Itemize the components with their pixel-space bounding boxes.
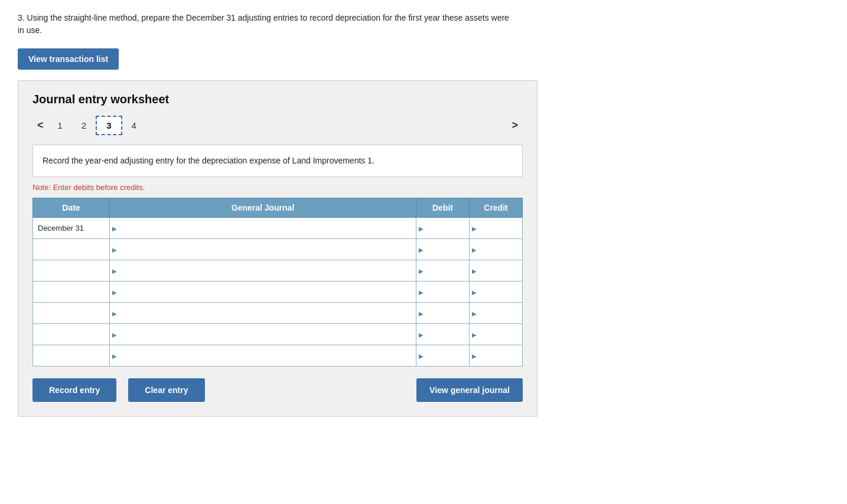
debit-input-6[interactable]: [416, 324, 469, 345]
date-header: Date: [33, 198, 110, 218]
general-journal-cell-5[interactable]: [110, 303, 416, 324]
general-journal-input-2[interactable]: [110, 239, 416, 260]
table-row: [33, 260, 523, 282]
date-cell-5: [33, 303, 110, 324]
debit-cell-4[interactable]: [416, 282, 470, 303]
view-general-journal-button[interactable]: View general journal: [416, 378, 523, 402]
date-cell-6: [33, 324, 110, 345]
debit-input-3[interactable]: [416, 260, 469, 281]
credit-cell-6[interactable]: [470, 324, 523, 345]
debit-cell-6[interactable]: [416, 324, 470, 345]
tab-2[interactable]: 2: [72, 117, 96, 134]
worksheet-title: Journal entry worksheet: [32, 93, 523, 106]
table-row: [33, 324, 523, 345]
credit-input-6[interactable]: [470, 324, 522, 345]
tab-4[interactable]: 4: [122, 117, 146, 134]
instruction-box: Record the year-end adjusting entry for …: [32, 145, 523, 177]
general-journal-input-6[interactable]: [110, 324, 416, 345]
debit-cell-3[interactable]: [416, 260, 470, 282]
table-row: [33, 345, 523, 366]
instruction-text: Record the year-end adjusting entry for …: [43, 156, 374, 165]
debit-input-5[interactable]: [416, 303, 469, 323]
debit-input-4[interactable]: [416, 282, 469, 302]
table-row: [33, 303, 523, 324]
problem-text: 3. Using the straight-line method, prepa…: [18, 12, 549, 37]
worksheet-container: Journal entry worksheet < 1 2 3 4 > Reco…: [18, 80, 537, 417]
tab-navigation: < 1 2 3 4 >: [32, 116, 523, 135]
general-journal-input-3[interactable]: [110, 260, 416, 281]
credit-cell-7[interactable]: [470, 345, 523, 366]
general-journal-cell-7[interactable]: [110, 345, 416, 366]
debit-input-2[interactable]: [416, 239, 469, 260]
general-journal-cell-3[interactable]: [110, 260, 416, 282]
general-journal-input-7[interactable]: [110, 345, 416, 366]
date-cell-1: December 31: [33, 218, 110, 239]
next-tab-arrow[interactable]: >: [507, 117, 523, 134]
record-entry-button[interactable]: Record entry: [32, 378, 116, 402]
tab-3[interactable]: 3: [96, 116, 122, 135]
general-journal-cell-6[interactable]: [110, 324, 416, 345]
debit-header: Debit: [416, 198, 470, 218]
credit-cell-3[interactable]: [470, 260, 523, 282]
credit-cell-4[interactable]: [470, 282, 523, 303]
prev-tab-arrow[interactable]: <: [32, 117, 48, 134]
tab-1[interactable]: 1: [48, 117, 72, 134]
button-row: Record entry Clear entry View general jo…: [32, 378, 523, 402]
credit-input-4[interactable]: [470, 282, 522, 302]
debit-input-1[interactable]: [416, 218, 469, 238]
date-cell-3: [33, 260, 110, 282]
general-journal-header: General Journal: [110, 198, 416, 218]
credit-cell-2[interactable]: [470, 239, 523, 260]
table-row: [33, 239, 523, 260]
general-journal-cell-1[interactable]: [110, 218, 416, 239]
credit-input-1[interactable]: [470, 218, 522, 238]
debit-cell-5[interactable]: [416, 303, 470, 324]
clear-entry-button[interactable]: Clear entry: [128, 378, 204, 402]
debit-cell-1[interactable]: [416, 218, 470, 239]
credit-input-7[interactable]: [470, 345, 522, 366]
journal-table: Date General Journal Debit Credit Decemb…: [32, 198, 523, 366]
debit-input-7[interactable]: [416, 345, 469, 366]
table-row: [33, 282, 523, 303]
general-journal-input-1[interactable]: [110, 218, 416, 238]
date-cell-4: [33, 282, 110, 303]
debit-cell-7[interactable]: [416, 345, 470, 366]
table-header-row: Date General Journal Debit Credit: [33, 198, 523, 218]
credit-header: Credit: [470, 198, 523, 218]
general-journal-input-4[interactable]: [110, 282, 416, 302]
date-cell-7: [33, 345, 110, 366]
credit-input-2[interactable]: [470, 239, 522, 260]
debit-cell-2[interactable]: [416, 239, 470, 260]
credit-cell-5[interactable]: [470, 303, 523, 324]
date-cell-2: [33, 239, 110, 260]
table-row: December 31: [33, 218, 523, 239]
general-journal-cell-4[interactable]: [110, 282, 416, 303]
general-journal-input-5[interactable]: [110, 303, 416, 323]
general-journal-cell-2[interactable]: [110, 239, 416, 260]
note-text: Note: Enter debits before credits.: [32, 183, 523, 192]
credit-input-5[interactable]: [470, 303, 522, 323]
credit-cell-1[interactable]: [470, 218, 523, 239]
credit-input-3[interactable]: [470, 260, 522, 281]
view-transaction-button[interactable]: View transaction list: [18, 48, 119, 70]
